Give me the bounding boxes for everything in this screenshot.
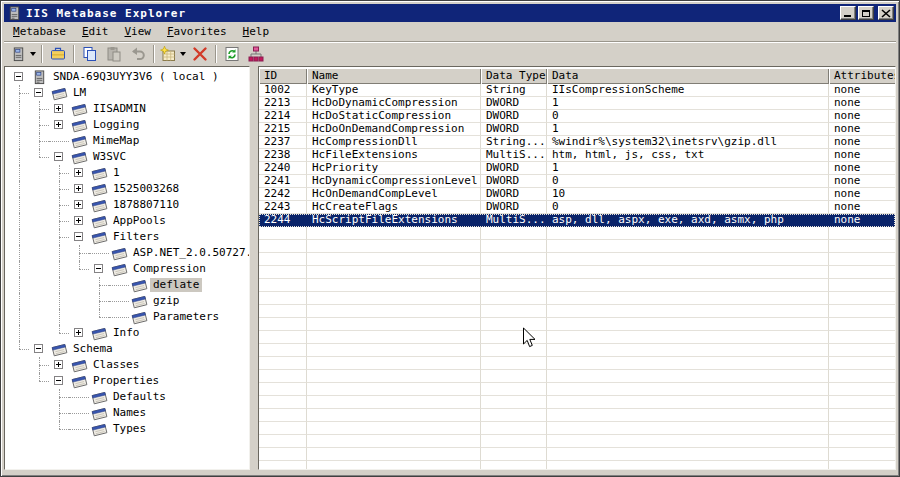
tree-item-label[interactable]: IISADMIN: [90, 102, 149, 116]
tree-item-types[interactable]: Types: [5, 421, 249, 437]
empty-row[interactable]: [259, 253, 895, 266]
connect-button[interactable]: [8, 43, 38, 65]
tree-item-label[interactable]: Defaults: [110, 390, 169, 404]
maximize-button[interactable]: [858, 6, 874, 20]
tree-item-label[interactable]: 1878807110: [110, 198, 182, 212]
tree-item-schema[interactable]: Schema: [5, 341, 249, 357]
tree-item-asp-net-2-0-50727-0[interactable]: ASP.NET_2.0.50727.0: [5, 245, 249, 261]
column-header-data-type[interactable]: Data Type: [481, 68, 547, 84]
tree-item-1[interactable]: 1: [5, 165, 249, 181]
column-header-name[interactable]: Name: [307, 68, 481, 84]
expand-toggle-icon[interactable]: [74, 216, 83, 225]
tree-item-label[interactable]: ASP.NET_2.0.50727.0: [130, 246, 250, 260]
collapse-toggle-icon[interactable]: [34, 88, 43, 97]
tree-item-lm[interactable]: LM: [5, 85, 249, 101]
empty-row[interactable]: [259, 331, 895, 344]
collapse-toggle-icon[interactable]: [14, 72, 23, 81]
list-row-2241[interactable]: 2241HcDynamicCompressionLevelDWORD0none: [259, 175, 895, 188]
tree-item-label[interactable]: Filters: [110, 230, 162, 244]
menu-item-edit[interactable]: Edit: [74, 23, 117, 40]
expand-toggle-icon[interactable]: [54, 120, 63, 129]
list-row-2238[interactable]: 2238HcFileExtensionsMultiS...htm, html, …: [259, 149, 895, 162]
tree-item-label[interactable]: gzip: [150, 294, 183, 308]
tree-item-label[interactable]: AppPools: [110, 214, 169, 228]
tree-item-defaults[interactable]: Defaults: [5, 389, 249, 405]
empty-row[interactable]: [259, 396, 895, 409]
empty-row[interactable]: [259, 422, 895, 435]
tree-item-label[interactable]: LM: [70, 86, 89, 100]
column-header-attributes[interactable]: Attributes: [829, 68, 896, 84]
menu-item-favorites[interactable]: Favorites: [159, 23, 235, 40]
tree-item-parameters[interactable]: Parameters: [5, 309, 249, 325]
expand-toggle-icon[interactable]: [54, 360, 63, 369]
tree-item-iisadmin[interactable]: IISADMIN: [5, 101, 249, 117]
list-row-1002[interactable]: 1002KeyTypeStringIIsCompressionSchemenon…: [259, 84, 895, 97]
tree-item-info[interactable]: Info: [5, 325, 249, 341]
list-row-2237[interactable]: 2237HcCompressionDllString...%windir%\sy…: [259, 136, 895, 149]
list-row-2215[interactable]: 2215HcDoOnDemandCompressionDWORD1none: [259, 123, 895, 136]
menu-item-metabase[interactable]: Metabase: [5, 23, 74, 40]
column-header-id[interactable]: ID: [259, 68, 307, 84]
tree-item-label[interactable]: Compression: [130, 262, 209, 276]
list-row-2213[interactable]: 2213HcDoDynamicCompressionDWORD1none: [259, 97, 895, 110]
tree-item-gzip[interactable]: gzip: [5, 293, 249, 309]
refresh-button[interactable]: [220, 43, 244, 65]
tree-item-classes[interactable]: Classes: [5, 357, 249, 373]
expand-toggle-icon[interactable]: [74, 168, 83, 177]
tree-item-label[interactable]: 1525003268: [110, 182, 182, 196]
empty-row[interactable]: [259, 383, 895, 396]
menu-item-help[interactable]: Help: [235, 23, 278, 40]
tree-item-label[interactable]: Types: [110, 422, 149, 436]
empty-row[interactable]: [259, 266, 895, 279]
tree-item-label[interactable]: Info: [110, 326, 143, 340]
collapse-toggle-icon[interactable]: [54, 152, 63, 161]
empty-row[interactable]: [259, 409, 895, 422]
column-header-data[interactable]: Data: [547, 68, 829, 84]
expand-toggle-icon[interactable]: [74, 328, 83, 337]
dropdown-arrow-icon[interactable]: [180, 52, 186, 56]
close-button[interactable]: [878, 6, 894, 20]
collapse-toggle-icon[interactable]: [94, 264, 103, 273]
empty-row[interactable]: [259, 435, 895, 448]
export-button[interactable]: [46, 43, 70, 65]
empty-row[interactable]: [259, 344, 895, 357]
tree-item-properties[interactable]: Properties: [5, 373, 249, 389]
list-row-2242[interactable]: 2242HcOnDemandCompLevelDWORD10none: [259, 188, 895, 201]
splitter[interactable]: [250, 66, 258, 470]
tree-item-label[interactable]: Classes: [90, 358, 142, 372]
empty-row[interactable]: [259, 318, 895, 331]
list-row-2244[interactable]: 2244HcScriptFileExtensionsMultiS...asp, …: [259, 214, 895, 227]
tree-item-label[interactable]: deflate: [150, 278, 202, 292]
collapse-toggle-icon[interactable]: [74, 232, 83, 241]
tree-item-label[interactable]: 1: [110, 166, 123, 180]
tree-item-label[interactable]: Logging: [90, 118, 142, 132]
tree-item-label[interactable]: MimeMap: [90, 134, 142, 148]
expand-toggle-icon[interactable]: [54, 104, 63, 113]
tree-item-w3svc[interactable]: W3SVC: [5, 149, 249, 165]
copy-button[interactable]: [78, 43, 102, 65]
empty-row[interactable]: [259, 240, 895, 253]
list-row-2243[interactable]: 2243HcCreateFlagsDWORD0none: [259, 201, 895, 214]
empty-row[interactable]: [259, 370, 895, 383]
list-row-2240[interactable]: 2240HcPriorityDWORD1none: [259, 162, 895, 175]
expand-toggle-icon[interactable]: [74, 184, 83, 193]
title-bar[interactable]: IIS Metabase Explorer: [4, 4, 896, 22]
tree-item-compression[interactable]: Compression: [5, 261, 249, 277]
empty-row[interactable]: [259, 279, 895, 292]
menu-item-view[interactable]: View: [116, 23, 159, 40]
tree-item-filters[interactable]: Filters: [5, 229, 249, 245]
empty-row[interactable]: [259, 461, 895, 469]
tree-item-deflate[interactable]: deflate: [5, 277, 249, 293]
tree-item-1525003268[interactable]: 1525003268: [5, 181, 249, 197]
delete-button[interactable]: [188, 43, 212, 65]
collapse-toggle-icon[interactable]: [34, 344, 43, 353]
empty-row[interactable]: [259, 305, 895, 318]
tree-item-names[interactable]: Names: [5, 405, 249, 421]
expand-toggle-icon[interactable]: [74, 200, 83, 209]
tree-item-label[interactable]: Parameters: [150, 310, 222, 324]
dropdown-arrow-icon[interactable]: [30, 52, 36, 56]
empty-row[interactable]: [259, 227, 895, 240]
empty-row[interactable]: [259, 448, 895, 461]
minimize-button[interactable]: [840, 6, 856, 20]
empty-row[interactable]: [259, 292, 895, 305]
